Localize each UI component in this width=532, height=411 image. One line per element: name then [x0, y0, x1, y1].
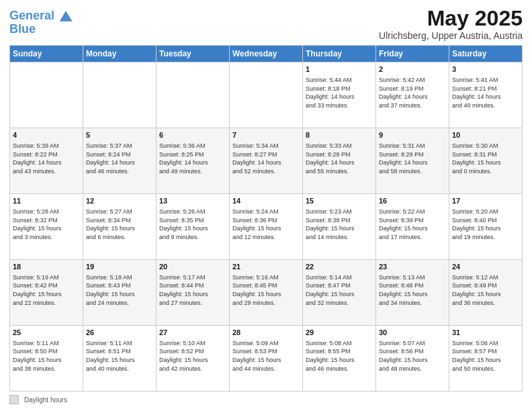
- day-number: 15: [306, 196, 373, 206]
- day-number: 14: [232, 196, 300, 206]
- day-number: 28: [232, 328, 300, 338]
- calendar-cell: 22Sunrise: 5:14 AM Sunset: 8:47 PM Dayli…: [303, 260, 376, 326]
- weekday-header: Monday: [83, 46, 157, 62]
- calendar-cell: 18Sunrise: 5:19 AM Sunset: 8:42 PM Dayli…: [10, 260, 83, 326]
- calendar-week-row: 4Sunrise: 5:39 AM Sunset: 8:22 PM Daylig…: [10, 128, 523, 194]
- day-number: 23: [379, 262, 446, 272]
- calendar-cell: 23Sunrise: 5:13 AM Sunset: 8:48 PM Dayli…: [376, 260, 449, 326]
- day-number: 12: [86, 196, 153, 206]
- day-info: Sunrise: 5:26 AM Sunset: 8:35 PM Dayligh…: [159, 208, 226, 241]
- day-info: Sunrise: 5:14 AM Sunset: 8:47 PM Dayligh…: [306, 273, 373, 307]
- day-number: 24: [452, 262, 519, 272]
- day-number: 11: [13, 196, 80, 206]
- footer-row: Daylight hours: [9, 395, 523, 404]
- calendar-cell: 4Sunrise: 5:39 AM Sunset: 8:22 PM Daylig…: [10, 128, 83, 194]
- day-info: Sunrise: 5:42 AM Sunset: 8:19 PM Dayligh…: [379, 76, 446, 109]
- calendar-cell: 3Sunrise: 5:41 AM Sunset: 8:21 PM Daylig…: [449, 62, 523, 128]
- day-info: Sunrise: 5:44 AM Sunset: 8:18 PM Dayligh…: [306, 76, 373, 109]
- day-number: 4: [13, 130, 80, 140]
- day-number: 26: [86, 328, 153, 338]
- day-info: Sunrise: 5:11 AM Sunset: 8:50 PM Dayligh…: [13, 339, 80, 373]
- day-number: 22: [306, 262, 373, 272]
- calendar-cell: 17Sunrise: 5:20 AM Sunset: 8:40 PM Dayli…: [449, 194, 523, 260]
- day-number: 10: [452, 130, 519, 140]
- calendar-cell: 7Sunrise: 5:34 AM Sunset: 8:27 PM Daylig…: [230, 128, 303, 194]
- day-info: Sunrise: 5:13 AM Sunset: 8:48 PM Dayligh…: [379, 273, 446, 307]
- weekday-header-row: SundayMondayTuesdayWednesdayThursdayFrid…: [10, 46, 523, 62]
- calendar-cell: 13Sunrise: 5:26 AM Sunset: 8:35 PM Dayli…: [157, 194, 230, 260]
- day-info: Sunrise: 5:08 AM Sunset: 8:55 PM Dayligh…: [306, 339, 373, 373]
- day-info: Sunrise: 5:07 AM Sunset: 8:56 PM Dayligh…: [379, 339, 446, 373]
- day-info: Sunrise: 5:17 AM Sunset: 8:44 PM Dayligh…: [159, 273, 226, 307]
- calendar-week-row: 18Sunrise: 5:19 AM Sunset: 8:42 PM Dayli…: [10, 260, 523, 326]
- day-number: 31: [452, 328, 519, 338]
- header: General Blue May 2025 Ulrichsberg, Upper…: [9, 7, 523, 41]
- calendar-cell: 20Sunrise: 5:17 AM Sunset: 8:44 PM Dayli…: [157, 260, 230, 326]
- day-info: Sunrise: 5:41 AM Sunset: 8:21 PM Dayligh…: [452, 76, 519, 109]
- daylight-box: [9, 395, 19, 404]
- logo: General Blue: [9, 7, 75, 36]
- calendar-cell: [230, 62, 303, 128]
- day-info: Sunrise: 5:23 AM Sunset: 8:38 PM Dayligh…: [306, 208, 373, 241]
- calendar-cell: 25Sunrise: 5:11 AM Sunset: 8:50 PM Dayli…: [10, 326, 83, 392]
- calendar-cell: 16Sunrise: 5:22 AM Sunset: 8:39 PM Dayli…: [376, 194, 449, 260]
- day-number: 19: [86, 262, 153, 272]
- weekday-header: Tuesday: [157, 46, 230, 62]
- day-info: Sunrise: 5:06 AM Sunset: 8:57 PM Dayligh…: [452, 339, 519, 373]
- calendar-cell: 21Sunrise: 5:16 AM Sunset: 8:45 PM Dayli…: [230, 260, 303, 326]
- logo-blue: Blue: [9, 23, 36, 36]
- calendar-week-row: 11Sunrise: 5:28 AM Sunset: 8:32 PM Dayli…: [10, 194, 523, 260]
- calendar-cell: 19Sunrise: 5:18 AM Sunset: 8:43 PM Dayli…: [83, 260, 157, 326]
- calendar-cell: 30Sunrise: 5:07 AM Sunset: 8:56 PM Dayli…: [376, 326, 449, 392]
- day-number: 30: [379, 328, 446, 338]
- day-number: 5: [86, 130, 153, 140]
- calendar-cell: 14Sunrise: 5:24 AM Sunset: 8:36 PM Dayli…: [230, 194, 303, 260]
- calendar-cell: [157, 62, 230, 128]
- day-info: Sunrise: 5:22 AM Sunset: 8:39 PM Dayligh…: [379, 208, 446, 241]
- day-info: Sunrise: 5:30 AM Sunset: 8:31 PM Dayligh…: [452, 142, 519, 175]
- weekday-header: Friday: [376, 46, 449, 62]
- calendar-cell: 26Sunrise: 5:11 AM Sunset: 8:51 PM Dayli…: [83, 326, 157, 392]
- calendar-cell: 12Sunrise: 5:27 AM Sunset: 8:34 PM Dayli…: [83, 194, 157, 260]
- day-number: 1: [306, 64, 373, 75]
- day-info: Sunrise: 5:24 AM Sunset: 8:36 PM Dayligh…: [232, 208, 300, 241]
- calendar-cell: [83, 62, 157, 128]
- day-info: Sunrise: 5:39 AM Sunset: 8:22 PM Dayligh…: [13, 142, 80, 175]
- daylight-label: Daylight hours: [24, 396, 67, 404]
- calendar-cell: 11Sunrise: 5:28 AM Sunset: 8:32 PM Dayli…: [10, 194, 83, 260]
- day-info: Sunrise: 5:12 AM Sunset: 8:49 PM Dayligh…: [452, 273, 519, 307]
- page: General Blue May 2025 Ulrichsberg, Upper…: [0, 0, 532, 411]
- calendar-cell: 8Sunrise: 5:33 AM Sunset: 8:28 PM Daylig…: [303, 128, 376, 194]
- weekday-header: Saturday: [449, 46, 523, 62]
- day-number: 2: [379, 64, 446, 75]
- day-number: 13: [159, 196, 226, 206]
- day-info: Sunrise: 5:33 AM Sunset: 8:28 PM Dayligh…: [306, 142, 373, 175]
- day-number: 27: [159, 328, 226, 338]
- weekday-header: Wednesday: [230, 46, 303, 62]
- day-info: Sunrise: 5:37 AM Sunset: 8:24 PM Dayligh…: [86, 142, 153, 175]
- logo-icon: [56, 7, 75, 26]
- weekday-header: Sunday: [10, 46, 83, 62]
- day-number: 8: [306, 130, 373, 140]
- calendar-cell: 10Sunrise: 5:30 AM Sunset: 8:31 PM Dayli…: [449, 128, 523, 194]
- calendar-title: May 2025: [379, 7, 523, 30]
- logo-text: General: [9, 9, 54, 23]
- day-info: Sunrise: 5:31 AM Sunset: 8:29 PM Dayligh…: [379, 142, 446, 175]
- calendar-cell: 6Sunrise: 5:36 AM Sunset: 8:25 PM Daylig…: [157, 128, 230, 194]
- footer: Daylight hours: [9, 395, 523, 404]
- calendar-cell: 27Sunrise: 5:10 AM Sunset: 8:52 PM Dayli…: [157, 326, 230, 392]
- day-info: Sunrise: 5:28 AM Sunset: 8:32 PM Dayligh…: [13, 208, 80, 241]
- day-number: 3: [452, 64, 519, 75]
- calendar-cell: 31Sunrise: 5:06 AM Sunset: 8:57 PM Dayli…: [449, 326, 523, 392]
- calendar-cell: 9Sunrise: 5:31 AM Sunset: 8:29 PM Daylig…: [376, 128, 449, 194]
- day-number: 25: [13, 328, 80, 338]
- day-number: 9: [379, 130, 446, 140]
- calendar-cell: 1Sunrise: 5:44 AM Sunset: 8:18 PM Daylig…: [303, 62, 376, 128]
- day-info: Sunrise: 5:19 AM Sunset: 8:42 PM Dayligh…: [13, 273, 80, 307]
- day-number: 6: [159, 130, 226, 140]
- calendar-week-row: 25Sunrise: 5:11 AM Sunset: 8:50 PM Dayli…: [10, 326, 523, 392]
- day-info: Sunrise: 5:09 AM Sunset: 8:53 PM Dayligh…: [232, 339, 300, 373]
- day-info: Sunrise: 5:11 AM Sunset: 8:51 PM Dayligh…: [86, 339, 153, 373]
- day-info: Sunrise: 5:34 AM Sunset: 8:27 PM Dayligh…: [232, 142, 300, 175]
- day-info: Sunrise: 5:10 AM Sunset: 8:52 PM Dayligh…: [159, 339, 226, 373]
